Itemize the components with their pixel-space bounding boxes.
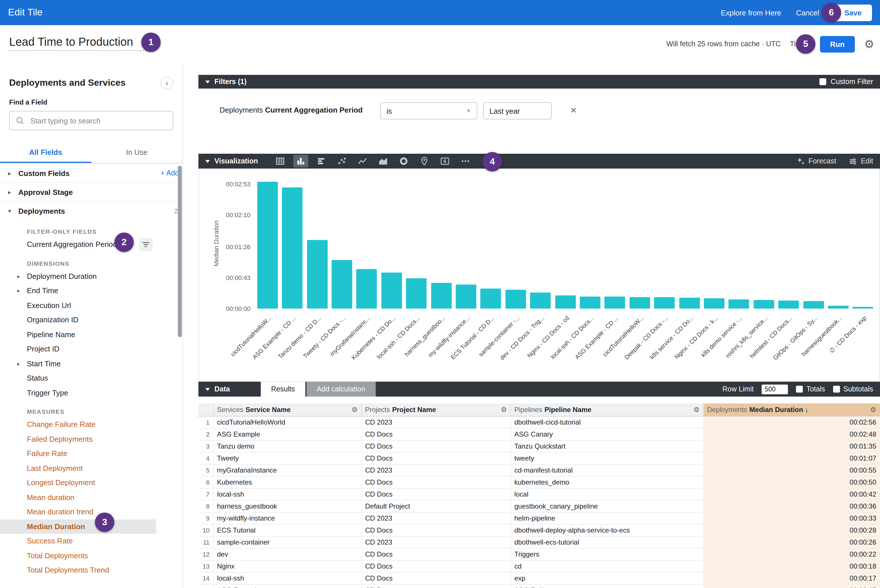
row-limit-input[interactable] — [762, 384, 788, 394]
table-cell[interactable]: 00:00:42 — [703, 488, 880, 500]
field-change-failure-rate[interactable]: Change Failure Rate — [0, 417, 156, 432]
table-cell[interactable]: ASG Example — [213, 584, 361, 588]
bar[interactable] — [580, 296, 600, 309]
table-cell[interactable]: ASG Example — [213, 428, 361, 440]
gear-icon[interactable]: ⚙ — [351, 406, 358, 414]
edit-viz-button[interactable]: Edit — [849, 157, 873, 165]
bar[interactable] — [803, 302, 824, 309]
viz-icon-bar[interactable] — [314, 155, 329, 167]
bar[interactable] — [729, 299, 749, 309]
filter-value-select[interactable]: Last year — [483, 102, 552, 119]
table-cell[interactable]: CD 2023 — [361, 512, 511, 524]
table-cell[interactable]: helm-pipeline — [511, 512, 703, 524]
field-success-rate[interactable]: Success Rate — [0, 534, 156, 548]
gear-icon[interactable]: ⚙ — [870, 406, 876, 414]
bar[interactable] — [654, 297, 675, 309]
field-status[interactable]: Status — [0, 371, 156, 386]
viz-icon-line[interactable] — [355, 155, 370, 167]
table-cell[interactable]: Nginx — [213, 560, 361, 572]
field-start-time[interactable]: ▸Start Time — [0, 356, 156, 371]
sidebar-scrollbar[interactable] — [178, 166, 182, 337]
table-cell[interactable]: 00:00:18 — [703, 560, 880, 572]
table-cell[interactable]: ASG Canary — [511, 428, 703, 440]
viz-icon-table[interactable] — [273, 155, 287, 167]
field-project-id[interactable]: Project ID — [0, 342, 156, 356]
table-cell[interactable]: Triggers — [511, 548, 703, 560]
table-cell[interactable]: local-ssh — [213, 488, 361, 500]
add-calculation-button[interactable]: Add calculation — [307, 382, 376, 397]
table-cell[interactable]: Tanzu Quickstart — [511, 440, 703, 452]
bar[interactable] — [530, 293, 551, 309]
table-cell[interactable]: CD Docs — [361, 488, 511, 500]
collapse-visualization-icon[interactable] — [205, 160, 210, 163]
table-cell[interactable]: 00:02:48 — [703, 428, 880, 440]
bar[interactable] — [778, 301, 799, 309]
field-last-deployment[interactable]: Last Deployment — [0, 461, 156, 476]
table-cell[interactable]: local-ssh — [213, 572, 361, 584]
table-cell[interactable]: CD Docs — [361, 524, 511, 536]
bar[interactable] — [704, 298, 725, 309]
table-cell[interactable]: 00:00:17 — [703, 584, 880, 588]
table-cell[interactable]: exp — [511, 572, 703, 584]
sidebar-group-deployments[interactable]: ▾ Deployments 2 — [0, 201, 182, 220]
collapse-data-icon[interactable] — [205, 388, 210, 391]
table-cell[interactable]: 00:00:50 — [703, 476, 880, 488]
table-cell[interactable]: cicdTutorialHelloWorld — [213, 416, 361, 428]
column-header-service-name[interactable]: ServicesService Name⚙ — [213, 404, 361, 416]
viz-icon-scatter[interactable] — [334, 155, 349, 167]
table-cell[interactable]: dbothwell-deploy-alpha-service-to-ecs — [511, 524, 703, 536]
table-cell[interactable]: Tanzu demo — [213, 440, 361, 452]
bar[interactable] — [605, 296, 625, 309]
table-cell[interactable]: 00:01:07 — [703, 452, 880, 464]
table-cell[interactable]: 00:00:26 — [703, 536, 880, 548]
table-cell[interactable]: 00:00:33 — [703, 512, 880, 524]
table-cell[interactable]: CD 2023 — [361, 416, 511, 428]
add-custom-field-link[interactable]: + Add — [160, 169, 179, 177]
field-failure-rate[interactable]: Failure Rate — [0, 446, 156, 461]
table-cell[interactable]: ECS Tutorial — [213, 524, 361, 536]
field-longest-deployment[interactable]: Longest Deployment — [0, 476, 156, 490]
table-cell[interactable]: 00:00:17 — [703, 572, 880, 584]
bar[interactable] — [853, 307, 873, 309]
viz-icon-donut[interactable] — [396, 155, 411, 167]
table-cell[interactable]: dbothwell-ecs-tutorial — [511, 536, 703, 548]
subtotals-checkbox[interactable] — [833, 386, 840, 393]
table-cell[interactable]: CD Docs — [361, 584, 511, 588]
table-cell[interactable]: CD Docs — [361, 428, 511, 440]
table-cell[interactable]: guestbook_canary_pipeline — [511, 500, 703, 512]
tab-in-use[interactable]: In Use — [91, 143, 182, 163]
bar[interactable] — [357, 269, 377, 309]
bar[interactable] — [481, 288, 501, 309]
table-cell[interactable]: dev — [213, 548, 361, 560]
field-mean-duration-trend[interactable]: Mean duration trend — [0, 505, 156, 519]
field-trigger-type[interactable]: Trigger Type — [0, 386, 156, 400]
bar[interactable] — [505, 290, 526, 309]
data-header[interactable]: Data Results Add calculation Row Limit T… — [199, 382, 880, 397]
table-cell[interactable]: Tweety — [213, 452, 361, 464]
search-input[interactable] — [29, 116, 167, 125]
table-cell[interactable]: CD Docs — [361, 476, 511, 488]
bar[interactable] — [257, 182, 278, 309]
viz-icon-more[interactable] — [458, 155, 473, 167]
table-cell[interactable]: 00:02:56 — [703, 416, 880, 428]
table-cell[interactable]: dbothwell-cicd-tutorial — [511, 416, 703, 428]
bar[interactable] — [282, 188, 302, 309]
table-cell[interactable]: CD Docs — [361, 560, 511, 572]
tile-title[interactable]: Lead Time to Production — [9, 35, 147, 51]
table-cell[interactable]: local — [511, 488, 703, 500]
column-header-pipeline-name[interactable]: PipelinesPipeline Name⚙ — [511, 404, 703, 416]
table-cell[interactable]: my-wildfly-instance — [213, 512, 361, 524]
cancel-button[interactable]: Cancel — [796, 8, 819, 17]
viz-icon-column[interactable] — [293, 155, 308, 167]
table-cell[interactable]: 00:01:35 — [703, 440, 880, 452]
bar[interactable] — [406, 278, 427, 309]
field-execution-url[interactable]: Execution Url — [0, 298, 156, 313]
forecast-button[interactable]: Forecast — [797, 157, 836, 165]
field-organization-id[interactable]: Organization ID — [0, 313, 156, 327]
field-pipeline-name[interactable]: Pipeline Name — [0, 327, 156, 342]
table-cell[interactable]: Kubernetes — [213, 476, 361, 488]
table-cell[interactable]: harness_guestbook — [213, 500, 361, 512]
table-cell[interactable]: CD 2023 — [361, 464, 511, 476]
viz-icon-single-value[interactable]: 6 — [438, 155, 452, 167]
bar[interactable] — [555, 296, 576, 309]
